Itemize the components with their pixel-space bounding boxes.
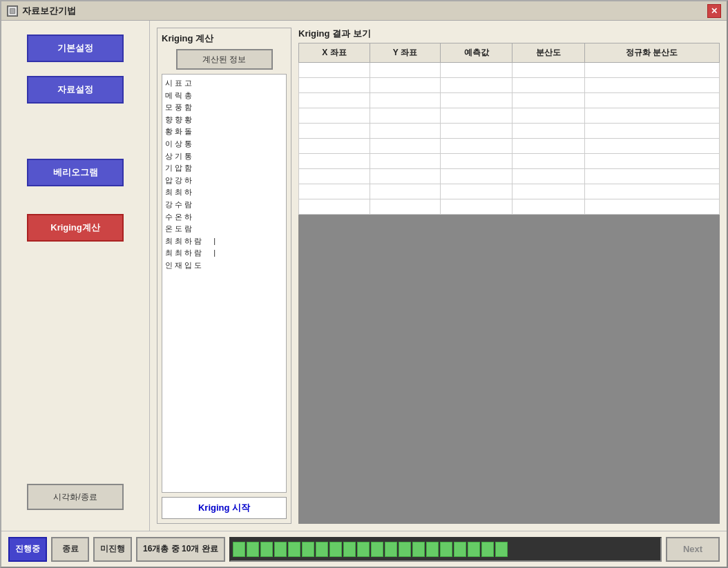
kriging-calc-button[interactable]: Kriging계산: [27, 214, 124, 242]
progress-segment: [329, 542, 342, 557]
progress-segment: [302, 542, 314, 557]
progress-bar-inner: [233, 540, 508, 558]
progress-segment: [233, 542, 245, 557]
table-row: [299, 63, 720, 78]
list-item: 인 재 입 도: [165, 259, 283, 272]
status-running-button[interactable]: 진행중: [8, 537, 47, 562]
kriging-calc-label: Kriging 계산: [162, 32, 287, 45]
table-row: [299, 169, 720, 184]
table-row: [299, 93, 720, 108]
col-header-y: Y 좌표: [370, 43, 440, 63]
sidebar: 기본설정 자료설정 베리오그램 Kriging계산 시각화/종료: [1, 21, 150, 531]
right-panel: Kriging 계산 계산된 정보 시 표 고 메 릭 총 모 풍 함 향 향 …: [150, 21, 727, 531]
table-gray-area: [298, 215, 720, 524]
list-item: 이 상 통: [165, 138, 283, 150]
progress-segment: [481, 542, 494, 557]
col-header-x: X 좌표: [299, 43, 370, 63]
progress-segment: [399, 542, 411, 557]
basic-settings-button[interactable]: 기본설정: [27, 35, 124, 62]
result-table-container: X 좌표 Y 좌표 예측값 분산도 정규화 분산도: [298, 43, 720, 524]
progress-segment: [274, 542, 287, 557]
window-icon: [7, 6, 18, 17]
kriging-calc-section: Kriging 계산 계산된 정보 시 표 고 메 릭 총 모 풍 함 향 향 …: [157, 28, 720, 524]
col-header-pred: 예측값: [440, 43, 512, 63]
list-item: 메 릭 총: [165, 90, 283, 102]
list-item: 수 온 하: [165, 211, 283, 224]
progress-segment: [426, 542, 439, 557]
col-header-norm-var: 정규화 분산도: [584, 43, 719, 63]
variogram-button[interactable]: 베리오그램: [27, 159, 124, 186]
list-item: 황 화 돌: [165, 126, 283, 138]
progress-segment: [495, 542, 508, 557]
table-row: [299, 78, 720, 93]
svg-rect-1: [10, 9, 15, 13]
table-row: [299, 139, 720, 154]
main-content: 기본설정 자료설정 베리오그램 Kriging계산 시각화/종료 Kriging…: [1, 21, 727, 531]
list-item: 시 표 고: [165, 77, 283, 90]
next-button[interactable]: Next: [666, 537, 720, 562]
list-item: 압 강 하: [165, 175, 283, 187]
title-bar: 자료보간기법 ✕: [1, 1, 727, 21]
count-display: 16개총 중 10개 완료: [136, 537, 225, 562]
progress-segment: [412, 542, 425, 557]
list-item: 최 최 하: [165, 186, 283, 199]
list-item: 상 기 통: [165, 150, 283, 163]
calc-info-button[interactable]: 계산된 정보: [176, 49, 273, 70]
progress-segment: [260, 542, 273, 557]
list-item: 온 도 람: [165, 223, 283, 235]
col-header-var: 분산도: [513, 43, 584, 63]
main-window: 자료보간기법 ✕ 기본설정 자료설정 베리오그램 Kriging계산 시각화/종…: [0, 0, 728, 568]
table-row: [299, 184, 720, 199]
table-row: [299, 108, 720, 124]
list-item: 기 압 함: [165, 162, 283, 175]
progress-segment: [440, 542, 452, 557]
progress-segment: [247, 542, 259, 557]
window-title: 자료보간기법: [22, 5, 76, 17]
progress-segment: [454, 542, 466, 557]
kriging-result-label: Kriging 결과 보기: [298, 28, 720, 40]
kriging-start-button[interactable]: Kriging 시작: [162, 497, 287, 519]
table-row: [299, 199, 720, 215]
calc-left-panel: Kriging 계산 계산된 정보 시 표 고 메 릭 총 모 풍 함 향 향 …: [157, 28, 291, 524]
list-item: 향 향 황: [165, 114, 283, 126]
list-item: 최 최 하 람 |: [165, 247, 283, 259]
progress-segment: [385, 542, 397, 557]
status-end-button[interactable]: 종료: [51, 537, 89, 562]
table-row: [299, 124, 720, 139]
visualize-button[interactable]: 시각화/종료: [27, 484, 124, 510]
list-item: 모 풍 함: [165, 101, 283, 114]
table-row: [299, 154, 720, 169]
progress-segment: [468, 542, 480, 557]
progress-segment: [371, 542, 383, 557]
calc-info-list: 시 표 고 메 릭 총 모 풍 함 향 향 황 황 화 돌 이 상 통 상 기 …: [162, 74, 287, 493]
status-pending-button[interactable]: 미진행: [93, 537, 132, 562]
list-item: 최 최 하 람 |: [165, 235, 283, 248]
progress-segment: [343, 542, 356, 557]
progress-segment: [288, 542, 300, 557]
bottom-bar: 진행중 종료 미진행 16개총 중 10개 완료: [1, 531, 727, 567]
list-item: 강 수 람: [165, 199, 283, 211]
progress-segment: [316, 542, 328, 557]
result-section: Kriging 결과 보기 X 좌표 Y 좌표 예측값 분산도 정규화 분산도: [298, 28, 720, 524]
result-table: X 좌표 Y 좌표 예측값 분산도 정규화 분산도: [298, 43, 720, 215]
close-button[interactable]: ✕: [707, 4, 721, 18]
data-settings-button[interactable]: 자료설정: [27, 76, 124, 104]
progress-bar: [229, 537, 662, 562]
progress-segment: [357, 542, 370, 557]
